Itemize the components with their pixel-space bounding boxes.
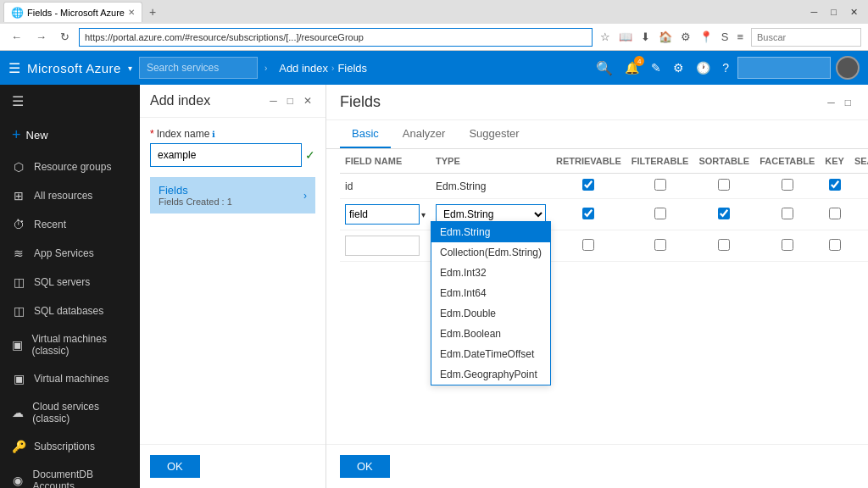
sidebar-item-resource-groups[interactable]: ⬡ Resource groups xyxy=(0,152,140,181)
fields-section-header[interactable]: Fields Fields Created : 1 › xyxy=(150,177,315,214)
hamburger-icon[interactable]: ☰ xyxy=(8,60,20,76)
settings-icon[interactable]: ⚙ xyxy=(678,29,693,45)
dropdown-option-int32[interactable]: Edm.Int32 xyxy=(431,263,550,283)
help-icon[interactable]: ? xyxy=(719,58,732,78)
info-icon[interactable]: ℹ xyxy=(212,130,215,139)
tab-basic[interactable]: Basic xyxy=(340,120,391,148)
add-index-panel-header: Add index ─ □ ✕ xyxy=(140,85,326,118)
dropdown-option-edm-string[interactable]: Edm.String xyxy=(431,222,550,242)
avatar[interactable] xyxy=(836,56,860,80)
sidebar-label-sql-databases: SQL databases xyxy=(34,305,103,317)
menu-icon[interactable]: ≡ xyxy=(734,29,746,45)
id-type: Edm.String xyxy=(431,174,551,199)
address-input[interactable] xyxy=(79,28,593,47)
dropdown-option-collection[interactable]: Collection(Edm.String) xyxy=(431,242,550,263)
dropdown-option-boolean[interactable]: Edm.Boolean xyxy=(431,324,550,344)
sidebar-item-subscriptions[interactable]: 🔑 Subscriptions xyxy=(0,432,140,461)
skype-icon[interactable]: S xyxy=(719,29,732,45)
active-tab[interactable]: 🌐 Fields - Microsoft Azure ✕ xyxy=(3,2,142,22)
panel-close-button[interactable]: ✕ xyxy=(300,93,315,108)
sidebar-new-item[interactable]: + New xyxy=(0,118,140,152)
dropdown-option-int64[interactable]: Edm.Int64 xyxy=(431,283,550,303)
panel-maximize-button[interactable]: □ xyxy=(284,93,297,108)
fields-ok-button[interactable]: OK xyxy=(340,455,390,478)
new-facetable-checkbox[interactable] xyxy=(782,239,793,251)
reading-icon[interactable]: 📖 xyxy=(616,29,635,45)
minimize-button[interactable]: ─ xyxy=(804,5,825,19)
sidebar-item-sql-servers[interactable]: ◫ SQL servers xyxy=(0,268,140,297)
close-button[interactable]: ✕ xyxy=(843,5,865,19)
browser-search-input[interactable] xyxy=(751,28,861,47)
id-sortable-checkbox[interactable] xyxy=(718,179,730,191)
sidebar-label-resource-groups: Resource groups xyxy=(34,161,111,173)
breadcrumb-add-index[interactable]: Add index xyxy=(279,62,328,75)
home-icon[interactable]: 🏠 xyxy=(656,29,675,45)
sidebar-item-cloud-classic[interactable]: ☁ Cloud services (classic) xyxy=(0,393,140,432)
fields-panel-maximize-button[interactable]: □ xyxy=(842,95,854,110)
new-sortable-checkbox[interactable] xyxy=(718,239,730,251)
index-name-input[interactable] xyxy=(150,143,302,167)
tab-bar: 🌐 Fields - Microsoft Azure ✕ + ─ □ ✕ xyxy=(0,0,868,24)
col-filterable: FILTERABLE xyxy=(626,149,694,174)
download-icon[interactable]: ⬇ xyxy=(638,29,653,45)
sidebar-item-documentdb[interactable]: ◉ DocumentDB Accounts xyxy=(0,461,140,488)
gear-icon[interactable]: ⚙ xyxy=(670,58,687,78)
field-name-input[interactable] xyxy=(345,204,420,225)
panel-minimize-button[interactable]: ─ xyxy=(266,93,281,108)
id-filterable-checkbox[interactable] xyxy=(654,179,666,191)
sidebar-label-sql-servers: SQL servers xyxy=(34,276,90,288)
topbar-right-input[interactable] xyxy=(737,57,831,79)
sidebar-hamburger[interactable]: ☰ xyxy=(0,85,140,118)
new-label: New xyxy=(26,129,48,141)
new-key-checkbox[interactable] xyxy=(829,239,841,251)
sidebar-item-vm-classic[interactable]: ▣ Virtual machines (classic) xyxy=(0,325,140,364)
maximize-button[interactable]: □ xyxy=(824,5,843,19)
field-key-checkbox[interactable] xyxy=(829,208,841,219)
all-resources-icon: ⊞ xyxy=(12,189,25,202)
sidebar-item-sql-databases[interactable]: ◫ SQL databases xyxy=(0,297,140,325)
breadcrumb: Add index › Fields xyxy=(279,62,367,75)
sidebar-item-app-services[interactable]: ≋ App Services xyxy=(0,239,140,268)
location-icon[interactable]: 📍 xyxy=(697,29,715,45)
dropdown-option-geography[interactable]: Edm.GeographyPoint xyxy=(431,364,550,385)
fields-created-count: Fields Created : 1 xyxy=(159,197,232,207)
field-facetable-checkbox[interactable] xyxy=(782,208,793,219)
address-bar: ← → ↻ ☆ 📖 ⬇ 🏠 ⚙ 📍 S ≡ xyxy=(0,24,868,51)
back-button[interactable]: ← xyxy=(7,29,26,45)
tab-close-icon[interactable]: ✕ xyxy=(128,8,135,17)
forward-button[interactable]: → xyxy=(31,29,51,45)
refresh-button[interactable]: ↻ xyxy=(56,29,74,45)
search-services-input[interactable] xyxy=(139,57,258,79)
tab-analyzer[interactable]: Analyzer xyxy=(391,120,458,148)
fields-panel-title: Fields xyxy=(340,93,381,111)
fields-table: FIELD NAME TYPE RETRIEVABLE FILTERABLE S… xyxy=(340,149,868,262)
id-key-checkbox[interactable] xyxy=(829,179,841,191)
tab-suggester[interactable]: Suggester xyxy=(457,120,531,148)
new-filterable-checkbox[interactable] xyxy=(654,239,666,251)
new-tab-button[interactable]: + xyxy=(144,5,161,19)
add-index-panel: Add index ─ □ ✕ * Index name ℹ ✓ xyxy=(140,85,326,488)
sidebar-item-recent[interactable]: ⏱ Recent xyxy=(0,210,140,239)
edit-icon[interactable]: ✎ xyxy=(648,58,665,78)
vm-classic-icon: ▣ xyxy=(12,338,23,352)
fields-panel-minimize-button[interactable]: ─ xyxy=(824,95,838,110)
field-sortable-checkbox[interactable] xyxy=(718,208,730,219)
fields-section-label: Fields xyxy=(159,184,232,197)
table-area: FIELD NAME TYPE RETRIEVABLE FILTERABLE S… xyxy=(326,149,868,444)
sidebar-item-all-resources[interactable]: ⊞ All resources xyxy=(0,181,140,210)
id-facetable-checkbox[interactable] xyxy=(782,179,793,191)
field-retrievable-checkbox[interactable] xyxy=(582,208,594,219)
star-icon[interactable]: ☆ xyxy=(598,29,613,45)
search-topbar-icon[interactable]: 🔍 xyxy=(593,57,616,80)
new-retrievable-checkbox[interactable] xyxy=(582,239,594,251)
new-field-name-input[interactable] xyxy=(345,236,420,256)
dropdown-option-double[interactable]: Edm.Double xyxy=(431,303,550,324)
resource-groups-icon: ⬡ xyxy=(12,160,25,174)
id-retrievable-checkbox[interactable] xyxy=(582,179,594,191)
notification-icon[interactable]: 🔔 4 xyxy=(621,58,643,78)
add-index-ok-button[interactable]: OK xyxy=(150,455,200,478)
clock-icon[interactable]: 🕐 xyxy=(693,58,714,78)
field-filterable-checkbox[interactable] xyxy=(654,208,666,219)
sidebar-item-vm[interactable]: ▣ Virtual machines xyxy=(0,364,140,393)
dropdown-option-datetime[interactable]: Edm.DateTimeOffset xyxy=(431,344,550,364)
